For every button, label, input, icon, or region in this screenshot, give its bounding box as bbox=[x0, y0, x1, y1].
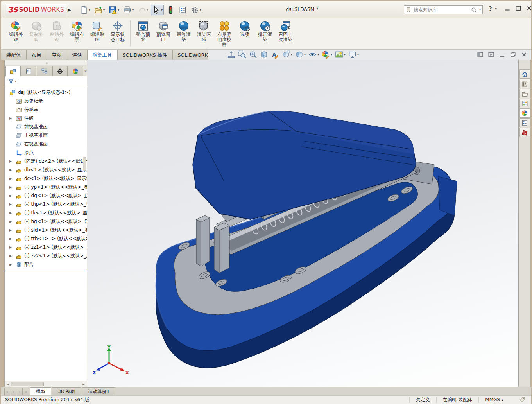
pt-props-tab[interactable] bbox=[21, 66, 36, 76]
schedule-render-button[interactable]: 排定渲染 bbox=[255, 20, 275, 48]
undo-button[interactable]: ▾ bbox=[136, 5, 149, 15]
doc-tab-nav-0[interactable]: « bbox=[4, 388, 10, 395]
apply-scene-caret-icon[interactable]: ▾ bbox=[344, 53, 346, 56]
edit-appearance-hud-button[interactable]: ▾ bbox=[322, 50, 332, 59]
expander-icon[interactable]: ▶ bbox=[9, 228, 16, 232]
save-button[interactable]: ▾ bbox=[107, 5, 120, 15]
file-explorer-tab[interactable] bbox=[519, 89, 530, 98]
search-caret-icon[interactable]: ▾ bbox=[479, 8, 481, 11]
knowledge-search[interactable]: ▾ bbox=[404, 5, 483, 14]
expander-icon[interactable]: ▶ bbox=[9, 117, 16, 120]
panel-splitter-handle[interactable] bbox=[83, 157, 86, 171]
pt-config-tab[interactable] bbox=[37, 66, 52, 76]
panel-collapse-handle[interactable] bbox=[5, 60, 87, 66]
display-style-caret-icon[interactable]: ▾ bbox=[304, 53, 306, 56]
tab-评估[interactable]: 评估 bbox=[67, 50, 88, 60]
select-cursor-button[interactable]: ▾ bbox=[151, 5, 164, 15]
edit-decal-button[interactable]: 编辑贴图 bbox=[87, 20, 107, 48]
doc-tab-nav-3[interactable]: » bbox=[23, 388, 29, 395]
panel-horizontal-scrollbar[interactable]: ◄ ► bbox=[5, 381, 87, 387]
tree-item[interactable]: ▶A注解 bbox=[5, 114, 87, 122]
tree-item[interactable]: dsj (默认<显示状态-1>) bbox=[5, 88, 87, 97]
expander-icon[interactable]: ▶ bbox=[9, 168, 16, 172]
edit-appearance-button[interactable]: 编辑外观 bbox=[6, 20, 26, 48]
maximize-button[interactable] bbox=[515, 5, 522, 12]
search-input[interactable] bbox=[413, 7, 469, 13]
open-folder-caret-icon[interactable]: ▾ bbox=[103, 9, 105, 12]
unit-caret-icon[interactable]: ▴ bbox=[502, 397, 503, 403]
expander-icon[interactable]: ▶ bbox=[9, 160, 16, 163]
select-cursor-caret-icon[interactable]: ▾ bbox=[161, 9, 163, 12]
display-style-button[interactable]: ▾ bbox=[295, 50, 306, 59]
doc-restore-button[interactable] bbox=[510, 51, 516, 58]
prop-list-button[interactable] bbox=[177, 5, 188, 15]
pt-feature-tab[interactable] bbox=[5, 66, 21, 76]
expander-icon[interactable]: ▶ bbox=[9, 185, 16, 189]
doc-close-button[interactable] bbox=[521, 51, 527, 58]
tree-item[interactable]: ▶db<1> (默认<<默认>_显示状态-1>) bbox=[5, 165, 87, 174]
gear-caret-icon[interactable]: ▾ bbox=[200, 9, 201, 12]
doc-tab-3D 视图[interactable]: 3D 视图 bbox=[52, 387, 81, 395]
tab-布局[interactable]: 布局 bbox=[27, 50, 47, 60]
tree-item[interactable]: ▶(-) tth<1> -> (默认<<默认>_显示状态-1>) bbox=[5, 234, 87, 243]
help-icon[interactable]: ? bbox=[487, 5, 494, 13]
zoom-fit-button[interactable] bbox=[227, 50, 235, 59]
traffic-light-button[interactable] bbox=[165, 5, 176, 15]
print-caret-icon[interactable]: ▾ bbox=[132, 9, 134, 12]
tree-item[interactable]: ▶dc<1> (默认<<默认>_显示状态-1>) bbox=[5, 174, 87, 183]
pt-display-tab[interactable] bbox=[68, 66, 83, 76]
expander-icon[interactable]: ▶ bbox=[9, 211, 16, 215]
tree-item[interactable]: ▶(固定) dz<2> (默认<<默认>_显示状态-1>) bbox=[5, 157, 87, 165]
forum-tab[interactable] bbox=[519, 128, 530, 137]
tree-item[interactable]: ▶(-) zz2<1> (默认<<默认>_显示状态-1>) bbox=[5, 251, 87, 260]
tree-item[interactable]: 传感器 bbox=[5, 105, 87, 114]
pane-expand-button[interactable] bbox=[488, 51, 494, 58]
help-caret-icon[interactable]: ▾ bbox=[495, 7, 497, 11]
tree-item[interactable]: ▶(-) sld<1> (默认<<默认>_显示状态-1>) bbox=[5, 226, 87, 234]
filter-funnel-icon[interactable] bbox=[8, 78, 14, 84]
minimize-button[interactable] bbox=[504, 5, 511, 12]
tree-item[interactable]: ▶(-) zz1<1> (默认<<默认>_显示状态-1>) bbox=[5, 243, 87, 251]
tab-渲染工具[interactable]: 渲染工具 bbox=[88, 50, 118, 60]
panel-tab-overflow[interactable]: » bbox=[84, 69, 87, 73]
doc-tab-nav-1[interactable]: ‹ bbox=[11, 388, 16, 395]
tree-item[interactable]: 原点 bbox=[5, 148, 87, 157]
tag-icon[interactable] bbox=[519, 397, 526, 403]
tree-item[interactable]: ▶配合 bbox=[5, 260, 87, 269]
recall-render-button[interactable]: 召回上次渲染 bbox=[275, 20, 296, 48]
view-settings-caret-icon[interactable]: ▾ bbox=[357, 53, 359, 56]
zoom-area-button[interactable] bbox=[238, 50, 246, 59]
expander-icon[interactable]: ▶ bbox=[9, 237, 16, 241]
tree-item[interactable]: ▶(-) thp<1> (默认<<默认>_显示状态-1>) bbox=[5, 200, 87, 208]
expander-icon[interactable]: ▶ bbox=[9, 263, 16, 266]
tree-item[interactable]: 上视基准面 bbox=[5, 131, 87, 140]
pt-dimxpert-tab[interactable] bbox=[52, 66, 68, 76]
view-palette-tab[interactable] bbox=[519, 99, 530, 108]
preview-window-button[interactable]: 预览窗口 bbox=[153, 20, 174, 48]
expander-icon[interactable]: ▶ bbox=[9, 254, 16, 258]
tree-item[interactable]: ▶(-) tk<1> (默认<<默认>_显示状态-1>) bbox=[5, 208, 87, 217]
tree-item[interactable]: ▶(-) dg<1> (默认<<默认>_显示状态-1>) bbox=[5, 191, 87, 200]
hide-show-button[interactable]: ▾ bbox=[308, 50, 319, 59]
view-orientation-caret-icon[interactable]: ▾ bbox=[291, 53, 292, 56]
annotation-view-button[interactable]: A bbox=[271, 50, 279, 59]
final-render-button[interactable]: 最终渲染 bbox=[174, 20, 194, 48]
new-file-caret-icon[interactable]: ▾ bbox=[89, 9, 90, 12]
menu-expander-arrow[interactable]: ▶ bbox=[68, 6, 73, 14]
custom-props-tab[interactable] bbox=[519, 118, 530, 127]
close-button[interactable] bbox=[526, 5, 532, 12]
doc-tab-运动算例1[interactable]: 运动算例1 bbox=[82, 387, 116, 395]
save-caret-icon[interactable]: ▾ bbox=[118, 9, 119, 12]
edit-scene-button[interactable]: 编辑布景 bbox=[67, 20, 87, 48]
rollback-bar[interactable] bbox=[5, 271, 85, 271]
render-options-button[interactable]: 选项 bbox=[235, 20, 255, 48]
stapler-model[interactable] bbox=[87, 60, 518, 388]
tree-item[interactable]: 前视基准面 bbox=[5, 122, 87, 131]
doc-tab-nav-2[interactable]: › bbox=[17, 388, 23, 395]
search-icon[interactable] bbox=[471, 7, 477, 13]
apply-scene-button[interactable]: ▾ bbox=[335, 50, 346, 59]
pane-split-button[interactable] bbox=[477, 51, 484, 58]
open-folder-button[interactable]: ▾ bbox=[93, 5, 106, 15]
view-settings-button[interactable]: ▾ bbox=[348, 50, 359, 59]
expander-icon[interactable]: ▶ bbox=[9, 246, 16, 249]
